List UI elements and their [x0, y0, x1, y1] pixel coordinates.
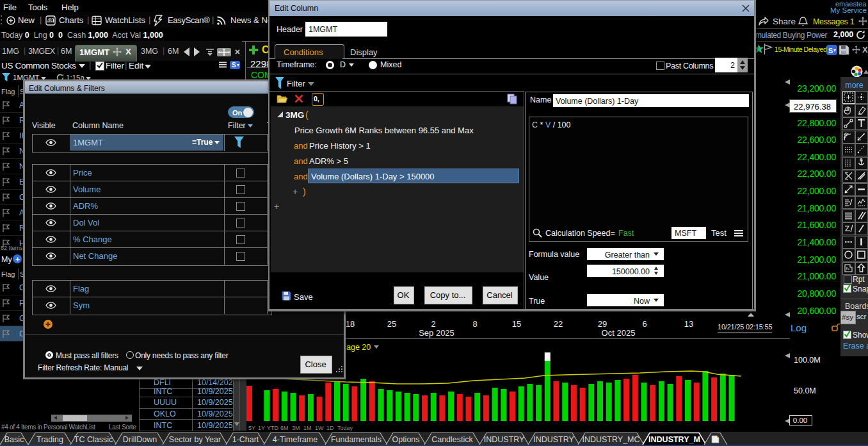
svg-text:Trading: Trading — [36, 435, 63, 444]
svg-text:TC Classic: TC Classic — [74, 435, 113, 444]
svg-text:Basic: Basic — [4, 435, 24, 444]
svg-text:Candlestick: Candlestick — [431, 435, 473, 444]
svg-text:Sector by Year: Sector by Year — [169, 435, 221, 444]
svg-text:1-Chart: 1-Chart — [232, 435, 259, 444]
svg-text:4-Timeframe: 4-Timeframe — [273, 435, 317, 444]
svg-text:DrillDown: DrillDown — [123, 435, 157, 444]
svg-text:Fundamentals: Fundamentals — [331, 435, 382, 444]
svg-text:INDUSTRY: INDUSTRY — [484, 435, 525, 444]
svg-text:INDUSTRY: INDUSTRY — [533, 435, 574, 444]
svg-text:INDUSTRY_M: INDUSTRY_M — [648, 435, 700, 444]
svg-text:INDUSTRY_MC: INDUSTRY_MC — [582, 435, 639, 444]
svg-text:Options: Options — [392, 435, 419, 444]
